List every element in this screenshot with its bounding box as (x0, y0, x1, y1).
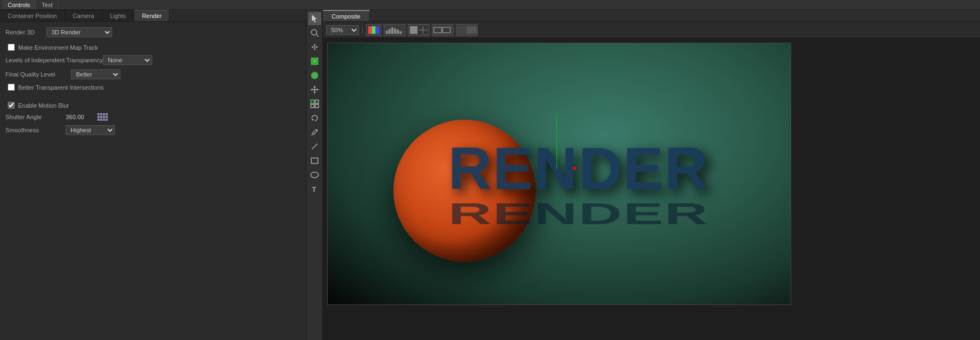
svg-rect-31 (399, 31, 402, 34)
left-panel: Container Position Camera Lights Render … (0, 10, 306, 340)
render-canvas: RENDER RENDER (327, 43, 791, 305)
green-box-icon (310, 57, 319, 66)
snap-icon (310, 99, 319, 108)
svg-rect-25 (375, 26, 379, 34)
loi-select[interactable]: None Low Medium High (103, 55, 152, 65)
smoothness-label: Smoothness (5, 127, 66, 133)
viewer-tabs: Composite (323, 10, 980, 22)
toolbar-divider-1 (362, 26, 363, 34)
move-icon (310, 85, 319, 94)
svg-rect-23 (368, 26, 372, 34)
svg-point-1 (311, 30, 317, 35)
nav-tabs: Container Position Camera Lights Render (0, 10, 306, 22)
tab-container-position[interactable]: Container Position (0, 10, 65, 21)
tab-controls[interactable]: Controls (2, 0, 36, 9)
quality-row: Final Quality Level Draft Better Best (5, 69, 300, 79)
exposure-icon (410, 26, 427, 34)
loi-label: Levels of Independent Transparency (5, 57, 103, 63)
pan-tool[interactable] (308, 40, 321, 54)
zoom-icon (310, 28, 319, 37)
transform-btn[interactable] (432, 24, 454, 36)
shutter-angle-label: Shutter Angle (5, 114, 66, 120)
svg-point-21 (311, 172, 318, 178)
svg-rect-24 (372, 26, 375, 34)
smoothness-row: Smoothness Low Medium High Highest (5, 125, 300, 135)
text-icon: T (310, 185, 319, 194)
svg-rect-13 (315, 100, 318, 103)
rotate-tool[interactable] (308, 112, 321, 125)
svg-rect-14 (311, 104, 314, 108)
svg-rect-30 (397, 30, 399, 34)
snap-tool[interactable] (308, 97, 321, 110)
green-box-tool[interactable] (308, 55, 321, 68)
top-tab-bar: Controls Text (0, 0, 980, 10)
select-arrow-tool[interactable] (308, 12, 321, 25)
circle-select-tool[interactable] (308, 69, 321, 82)
section-gap-1 (5, 95, 300, 102)
tab-render[interactable]: Render (134, 10, 170, 21)
svg-rect-20 (311, 158, 318, 163)
env-map-checkbox[interactable] (8, 44, 15, 51)
shutter-angle-value: 360.00 (66, 114, 93, 120)
line-icon (310, 142, 319, 151)
quality-select[interactable]: Draft Better Best (71, 69, 120, 79)
ellipse-tool[interactable] (308, 168, 321, 181)
svg-line-19 (312, 144, 317, 149)
svg-marker-0 (312, 15, 317, 22)
properties-panel: Render 3D 3D Render Make Environment Map… (0, 22, 306, 340)
motion-blur-label: Enable Motion Blur (18, 102, 69, 109)
svg-line-17 (313, 132, 315, 134)
svg-rect-4 (314, 60, 316, 62)
pen-tool[interactable] (308, 126, 321, 139)
quality-label: Final Quality Level (5, 71, 71, 78)
svg-rect-26 (386, 31, 388, 34)
rotate-icon (310, 114, 319, 122)
tab-text[interactable]: Text (36, 0, 59, 9)
svg-point-5 (311, 72, 318, 79)
text-tool[interactable]: T (308, 183, 321, 196)
svg-marker-9 (314, 92, 316, 93)
color-channels-btn[interactable] (366, 24, 381, 36)
arrow-icon (310, 14, 319, 23)
red-dot-manipulator (573, 167, 576, 170)
render-mode-label: Render 3D (5, 29, 47, 36)
smoothness-select[interactable]: Low Medium High Highest (66, 125, 115, 135)
svg-rect-15 (315, 104, 318, 108)
svg-rect-41 (467, 26, 477, 34)
move-tool[interactable] (308, 83, 321, 96)
histogram-btn[interactable] (384, 24, 405, 36)
viewer-toolbar: 50% 25% 75% 100% (323, 22, 980, 38)
pen-icon (310, 128, 319, 137)
render-mode-row: Render 3D 3D Render (5, 27, 300, 37)
tab-camera[interactable]: Camera (65, 10, 102, 21)
svg-marker-11 (317, 89, 318, 91)
svg-text:T: T (312, 185, 316, 194)
better-transparent-label: Better Transparent Intersections (18, 84, 104, 91)
shutter-grid-icon[interactable] (97, 113, 108, 121)
svg-rect-36 (434, 27, 442, 33)
svg-marker-16 (312, 119, 314, 121)
tab-composite[interactable]: Composite (323, 10, 370, 21)
split-view-btn[interactable] (456, 24, 478, 36)
tab-lights[interactable]: Lights (102, 10, 134, 21)
line-tool[interactable] (308, 140, 321, 153)
pan-icon (310, 43, 319, 51)
render-mode-select[interactable]: 3D Render (47, 27, 112, 37)
svg-line-2 (316, 34, 318, 37)
motion-blur-checkbox[interactable] (8, 102, 15, 109)
exposure-btn[interactable] (408, 24, 430, 36)
right-panel: Composite 50% 25% 75% 100% (323, 10, 980, 340)
split-icon (457, 26, 477, 34)
motion-blur-row: Enable Motion Blur (5, 102, 300, 109)
svg-rect-37 (443, 27, 450, 33)
y-axis-manipulator (556, 114, 557, 169)
zoom-tool[interactable] (308, 26, 321, 39)
rectangle-icon (310, 156, 319, 165)
svg-rect-33 (410, 26, 417, 34)
svg-rect-29 (394, 28, 396, 34)
vertical-toolbar: T (306, 10, 323, 340)
rectangle-tool[interactable] (308, 154, 321, 167)
svg-rect-28 (391, 27, 393, 34)
better-transparent-checkbox[interactable] (8, 84, 15, 91)
zoom-select[interactable]: 50% 25% 75% 100% (326, 25, 359, 35)
